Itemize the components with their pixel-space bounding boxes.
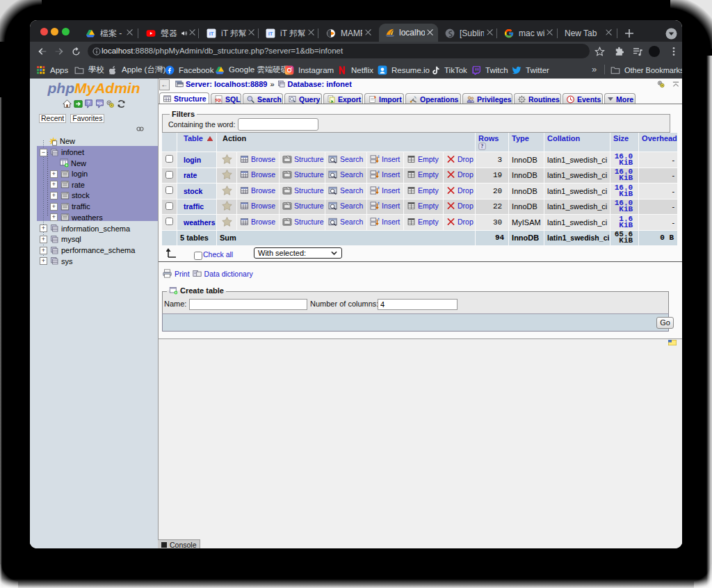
svg-text:?: ?: [88, 100, 90, 105]
svg-text:iT: iT: [268, 31, 273, 37]
svg-text:iT: iT: [209, 31, 214, 37]
svg-text:SQL: SQL: [216, 99, 222, 102]
svg-text:SQL: SQL: [97, 101, 103, 105]
svg-text:?: ?: [481, 143, 484, 149]
